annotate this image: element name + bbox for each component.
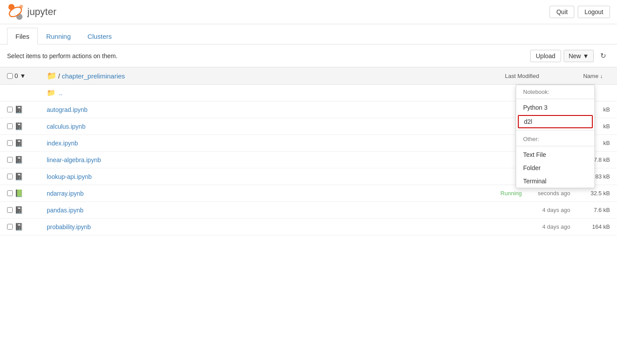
file-checkbox[interactable] [7, 140, 13, 146]
toolbar: Select items to perform actions on them.… [0, 45, 617, 67]
logo: jupyter [7, 4, 56, 20]
file-name-link[interactable]: linear-algebra.ipynb [47, 156, 495, 163]
file-size: 7.6 kB [579, 207, 610, 213]
notebook-icon: 📓 [15, 223, 23, 231]
file-name-link[interactable]: lookup-api.ipynb [47, 173, 495, 180]
new-dropdown-menu: Notebook: Python 3 d2l Other: Text File … [516, 85, 595, 188]
file-name-link[interactable]: calculus.ipynb [47, 123, 495, 130]
list-item: 📓 pandas.ipynb 4 days ago 7.6 kB [0, 202, 617, 219]
dropdown-item-d2l[interactable]: d2l [518, 115, 593, 128]
file-meta: 4 days ago 7.6 kB [495, 207, 610, 213]
name-sort[interactable]: Name ↓ [583, 73, 603, 79]
file-date: 4 days ago [531, 223, 570, 230]
file-checkbox[interactable] [7, 174, 13, 179]
select-all-checkbox[interactable] [7, 73, 13, 79]
dropdown-divider-2 [516, 130, 595, 130]
file-checkbox[interactable] [7, 157, 13, 163]
dropdown-item-python3[interactable]: Python 3 [516, 101, 595, 114]
toolbar-instruction: Select items to perform actions on them. [7, 52, 118, 59]
file-size: 32.5 kB [579, 190, 610, 197]
notebook-icon: 📓 [15, 139, 23, 147]
file-checkbox-area: 📓 [7, 223, 47, 231]
dropdown-divider [516, 99, 595, 99]
notebook-section-label: Notebook: [516, 85, 595, 97]
file-name-link[interactable]: index.ipynb [47, 140, 495, 147]
file-checkbox[interactable] [7, 190, 13, 196]
dropdown-divider-3 [516, 146, 595, 146]
notebook-icon: 📓 [15, 105, 23, 114]
file-size: 164 kB [579, 223, 610, 230]
file-status: Running [495, 190, 522, 197]
breadcrumb: 📁 / chapter_preliminaries [47, 71, 505, 81]
file-name-link[interactable]: ndarray.ipynb [47, 190, 495, 197]
logout-button[interactable]: Logout [578, 6, 610, 18]
file-date: 4 days ago [531, 207, 570, 213]
tab-files[interactable]: Files [7, 28, 38, 45]
tab-clusters[interactable]: Clusters [79, 28, 120, 45]
notebook-running-icon: 📗 [15, 189, 23, 197]
toolbar-right: Upload New ▼ ↻ [530, 49, 610, 63]
dropdown-arrow[interactable]: ▼ [20, 72, 26, 79]
file-checkbox-area: 📓 [7, 105, 47, 114]
other-section-label: Other: [516, 132, 595, 144]
file-name-link[interactable]: pandas.ipynb [47, 207, 495, 214]
tab-running[interactable]: Running [38, 28, 79, 45]
upload-button[interactable]: Upload [530, 50, 561, 62]
file-checkbox-area: 📓 [7, 172, 47, 181]
file-checkbox[interactable] [7, 107, 13, 112]
breadcrumb-sep: / [58, 72, 60, 80]
file-checkbox-area: 📓 [7, 139, 47, 147]
list-item: 📓 probability.ipynb 4 days ago 164 kB [0, 219, 617, 235]
notebook-icon: 📓 [15, 156, 23, 164]
file-name-link[interactable]: autograd.ipynb [47, 106, 495, 113]
sort-area: Last Modified Name ↓ [505, 73, 610, 79]
folder-icon: 📁 [47, 71, 56, 81]
file-date: seconds ago [531, 190, 570, 197]
file-checkbox-area: 📗 [7, 189, 47, 197]
notebook-icon: 📓 [15, 122, 23, 130]
new-button[interactable]: New ▼ [564, 50, 594, 62]
file-checkbox[interactable] [7, 207, 13, 213]
logo-text: jupyter [27, 6, 56, 18]
quit-button[interactable]: Quit [550, 6, 574, 18]
file-name-link[interactable]: probability.ipynb [47, 223, 495, 230]
file-checkbox[interactable] [7, 224, 13, 230]
selected-count: 0 [15, 72, 18, 79]
file-checkbox-area: 📓 [7, 156, 47, 164]
jupyter-logo-icon [7, 4, 24, 20]
dropdown-item-text-file[interactable]: Text File [516, 148, 595, 161]
file-checkbox[interactable] [7, 123, 13, 129]
dropdown-item-folder[interactable]: Folder [516, 161, 595, 175]
file-checkbox-area: 📓 [7, 122, 47, 130]
select-all-area: 0 ▼ [7, 72, 47, 79]
notebook-icon: 📓 [15, 206, 23, 214]
new-dropdown-arrow: ▼ [583, 52, 589, 59]
file-meta: 4 days ago 164 kB [495, 223, 610, 230]
file-meta: Running seconds ago 32.5 kB [495, 190, 610, 197]
header: jupyter Quit Logout [0, 0, 617, 24]
tabs: Files Running Clusters [0, 28, 617, 45]
file-checkbox-area: 📓 [7, 206, 47, 214]
refresh-button[interactable]: ↻ [596, 49, 610, 63]
new-button-label: New [569, 52, 581, 59]
notebook-icon: 📓 [15, 172, 23, 181]
header-buttons: Quit Logout [550, 6, 610, 18]
folder-icon: 📁 [47, 89, 56, 97]
breadcrumb-folder[interactable]: chapter_preliminaries [62, 72, 125, 80]
last-modified-label: Last Modified [505, 73, 539, 79]
file-table-header: 0 ▼ 📁 / chapter_preliminaries Last Modif… [0, 67, 617, 85]
dropdown-item-terminal[interactable]: Terminal [516, 175, 595, 188]
